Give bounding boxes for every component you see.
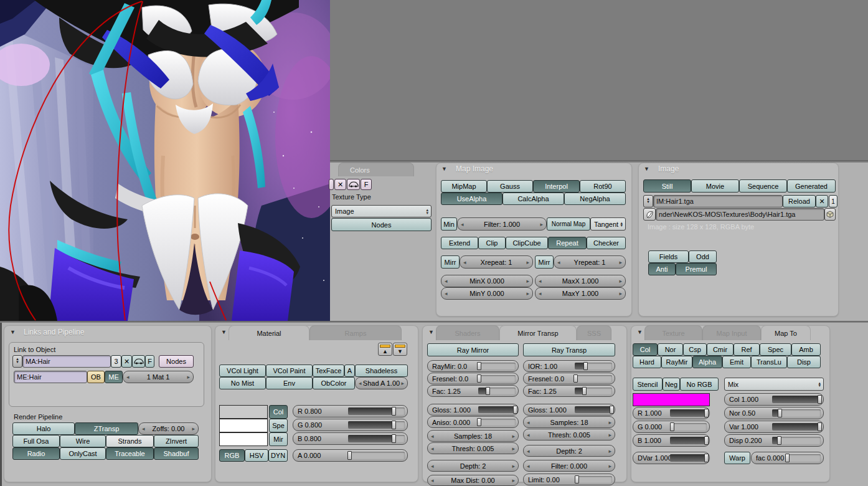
slider-knob[interactable] — [575, 475, 579, 484]
fac-mir-slider[interactable]: Fac: 1.25 — [427, 385, 519, 397]
diffuse-color-swatch[interactable] — [219, 405, 268, 419]
slider-groove[interactable] — [670, 423, 707, 431]
unlink-image-button[interactable]: ✕ — [816, 195, 828, 207]
slider-knob[interactable] — [818, 395, 822, 404]
minx-field[interactable]: MinX 0.000 — [441, 275, 533, 287]
image-path-field[interactable]: nder\NewKOS-MOS\Textures\Body\Hair1.tga — [656, 208, 824, 221]
normal-map-toggle[interactable]: Normal Map — [547, 217, 590, 231]
image-name-field[interactable]: IM:Hair1.tga — [653, 195, 783, 207]
miny-field[interactable]: MinY 0.000 — [441, 287, 533, 300]
radio-toggle[interactable]: Radio — [12, 447, 60, 460]
fake-user-button[interactable]: F — [145, 355, 154, 368]
col-toggle[interactable]: Col — [269, 405, 288, 419]
var-amount-slider[interactable]: Var 1.000 — [724, 421, 824, 433]
mirror-color-swatch[interactable] — [219, 432, 268, 446]
slider-knob[interactable] — [778, 409, 782, 417]
slider-knob[interactable] — [704, 436, 709, 445]
filter-tra-field[interactable]: Filter: 0.000 — [523, 460, 615, 472]
ob-toggle[interactable]: OB — [87, 371, 105, 383]
copy-material-button[interactable]: ▲ — [378, 343, 392, 356]
auto-name-button[interactable] — [347, 179, 360, 190]
slider-knob[interactable] — [583, 362, 588, 370]
warp-fac-slider[interactable]: fac 0.000 — [751, 452, 824, 464]
tex-r-slider[interactable]: R 1.000 — [633, 407, 710, 419]
slider-groove[interactable] — [478, 419, 516, 426]
depth-tra-field[interactable]: Depth: 2 — [523, 445, 615, 457]
still-toggle[interactable]: Still — [643, 179, 691, 193]
slider-groove[interactable] — [575, 375, 612, 382]
reload-button[interactable]: Reload — [783, 195, 816, 207]
ray-mirror-toggle[interactable]: Ray Mirror — [427, 343, 519, 356]
fresnel-mir-slider[interactable]: Fresnel: 0.0 — [427, 373, 519, 384]
texface-toggle[interactable]: TexFace — [313, 364, 344, 377]
slider-groove[interactable] — [575, 363, 612, 369]
checker-toggle[interactable]: Checker — [587, 237, 626, 249]
thresh-tra-field[interactable]: Thresh: 0.005 — [523, 429, 615, 441]
map-nor-toggle[interactable]: Nor — [658, 343, 683, 356]
tab-map-to[interactable]: Map To — [761, 325, 811, 340]
no-mist-toggle[interactable]: No Mist — [219, 377, 266, 389]
env-toggle[interactable]: Env — [266, 377, 313, 389]
mir-toggle[interactable]: Mir — [269, 432, 288, 446]
col-amount-slider[interactable]: Col 1.000 — [724, 393, 824, 406]
slider-knob[interactable] — [477, 374, 481, 383]
slider-groove[interactable] — [348, 435, 405, 442]
neg-toggle[interactable]: Neg — [663, 378, 680, 391]
extend-toggle[interactable]: Extend — [441, 237, 478, 249]
slider-knob[interactable] — [610, 406, 614, 414]
fac-tra-slider[interactable]: Fac: 1.25 — [523, 385, 615, 397]
texture-color-swatch[interactable] — [633, 393, 710, 406]
tex-g-slider[interactable]: G 0.000 — [633, 421, 710, 433]
tab-sss[interactable]: SSS — [577, 325, 611, 340]
slider-knob[interactable] — [704, 454, 709, 462]
3d-viewport[interactable] — [0, 0, 330, 321]
onlycast-toggle[interactable]: OnlyCast — [60, 447, 106, 460]
strands-toggle[interactable]: Strands — [106, 435, 154, 447]
collapse-triangle-icon[interactable] — [428, 329, 434, 335]
negalpha-toggle[interactable]: NegAlpha — [564, 193, 626, 205]
ztransp-toggle[interactable]: ZTransp — [75, 422, 138, 435]
tab-texture[interactable]: Texture — [644, 325, 702, 340]
nor-amount-slider[interactable]: Nor 0.50 — [724, 407, 824, 419]
map-raymir-toggle[interactable]: RayMir — [661, 356, 692, 368]
image-browse-stepper[interactable] — [643, 195, 653, 207]
slider-knob[interactable] — [513, 406, 517, 414]
nodes-button[interactable]: Nodes — [159, 355, 194, 368]
collapse-triangle-icon[interactable] — [441, 166, 447, 172]
rot90-toggle[interactable]: Rot90 — [580, 180, 626, 193]
map-hard-toggle[interactable]: Hard — [633, 356, 661, 368]
slider-knob[interactable] — [392, 421, 396, 429]
collapse-triangle-icon[interactable] — [644, 166, 649, 172]
slider-groove[interactable] — [772, 396, 821, 403]
slider-groove[interactable] — [772, 409, 821, 417]
repeat-toggle[interactable]: Repeat — [548, 237, 587, 249]
slider-knob[interactable] — [777, 436, 781, 445]
a-toggle[interactable]: A — [344, 364, 355, 377]
raymir-slider[interactable]: RayMir: 0.0 — [427, 360, 519, 372]
slider-groove[interactable] — [575, 406, 612, 413]
disp-amount-slider[interactable]: Disp 0.200 — [724, 434, 824, 447]
slider-knob[interactable] — [670, 422, 674, 431]
mirror-y-toggle[interactable]: Mirr — [535, 255, 554, 269]
me-toggle[interactable]: ME — [105, 371, 123, 383]
delete-texture-button[interactable]: ✕ — [334, 179, 346, 190]
maxy-field[interactable]: MaxY 1.000 — [535, 287, 626, 300]
halo-toggle[interactable]: Halo — [12, 422, 75, 435]
map-disp-toggle[interactable]: Disp — [787, 356, 821, 368]
slider-groove[interactable] — [478, 388, 516, 394]
zinvert-toggle[interactable]: ZInvert — [154, 435, 199, 447]
usealpha-toggle[interactable]: UseAlpha — [441, 193, 502, 205]
generated-toggle[interactable]: Generated — [787, 179, 836, 193]
colors-panel-tab[interactable]: Colors — [338, 163, 414, 176]
map-translu-toggle[interactable]: TransLu — [751, 356, 787, 368]
collapse-triangle-icon[interactable] — [10, 329, 16, 335]
map-emit-toggle[interactable]: Emit — [722, 356, 751, 368]
ior-slider[interactable]: IOR: 1.00 — [523, 360, 615, 372]
material-browse-stepper[interactable] — [12, 355, 22, 368]
slider-groove[interactable] — [670, 454, 707, 462]
max-dist-field[interactable]: Max Dist: 0.00 — [427, 475, 519, 486]
slider-groove[interactable] — [786, 454, 821, 462]
users-count-button[interactable]: 1 — [829, 195, 837, 207]
vcol-light-toggle[interactable]: VCol Light — [219, 364, 266, 377]
anti-toggle[interactable]: Anti — [648, 263, 676, 275]
